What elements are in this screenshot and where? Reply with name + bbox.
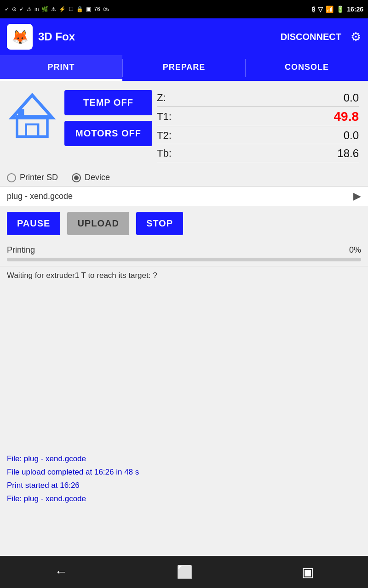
usb-icon: ⚡ bbox=[59, 6, 66, 12]
home-icon-area bbox=[5, 88, 60, 141]
image-icon: ▣ bbox=[86, 6, 91, 12]
tb-label: Tb: bbox=[157, 147, 172, 159]
progress-bar-bg bbox=[7, 258, 361, 261]
recents-button[interactable]: ▣ bbox=[293, 561, 323, 583]
t1-label: T1: bbox=[157, 111, 172, 123]
action-row: PAUSE UPLOAD STOP bbox=[0, 206, 368, 241]
warning-icon-1: ⚠ bbox=[27, 6, 32, 12]
progress-label: Printing bbox=[7, 245, 35, 255]
circle-icon: ⊙ bbox=[12, 6, 17, 12]
t2-value: 0.0 bbox=[344, 129, 359, 142]
radio-row: Printer SD Device bbox=[0, 169, 368, 186]
status-z-row: Z: 0.0 bbox=[157, 91, 359, 107]
printer-sd-radio[interactable] bbox=[7, 173, 16, 182]
app-title: 3D Fox bbox=[38, 30, 75, 43]
lock-icon: 🔒 bbox=[76, 6, 83, 12]
printer-sd-label: Printer SD bbox=[20, 173, 58, 182]
motors-off-button[interactable]: MOTORS OFF bbox=[64, 121, 152, 146]
clock: 16:26 bbox=[347, 6, 363, 13]
header-right: DISCONNECT ⚙ bbox=[281, 30, 361, 44]
action-buttons: TEMP OFF MOTORS OFF bbox=[64, 88, 152, 146]
tab-prepare[interactable]: PREPARE bbox=[123, 55, 245, 81]
stop-button[interactable]: STOP bbox=[136, 212, 183, 235]
temp-off-button[interactable]: TEMP OFF bbox=[64, 90, 152, 115]
progress-header: Printing 0% bbox=[7, 245, 361, 255]
tab-console[interactable]: CONSOLE bbox=[246, 55, 368, 81]
status-values: Z: 0.0 T1: 49.8 T2: 0.0 Tb: 18.6 bbox=[157, 88, 363, 162]
t2-label: T2: bbox=[157, 130, 172, 141]
status-bar: ✓ ⊙ ✓ ⚠ in 🌿 ⚠ ⚡ ☐ 🔒 ▣ 76 🛍 ₿ ▽ 📶 🔋 16:2… bbox=[0, 0, 368, 18]
progress-section: Printing 0% bbox=[0, 241, 368, 266]
device-radio[interactable] bbox=[72, 173, 81, 182]
signal-icon: ▽ bbox=[318, 6, 323, 13]
tab-bar: PRINT PREPARE CONSOLE bbox=[0, 55, 368, 81]
log-line-3: File: plug - xend.gcode bbox=[7, 492, 361, 506]
status-t2-row: T2: 0.0 bbox=[157, 129, 359, 144]
settings-icon[interactable]: ⚙ bbox=[351, 30, 361, 44]
control-row: TEMP OFF MOTORS OFF Z: 0.0 T1: 49.8 T2: … bbox=[0, 81, 368, 169]
wifi-icon: 📶 bbox=[326, 6, 334, 13]
log-line-2: Print started at 16:26 bbox=[7, 479, 361, 492]
tb-value: 18.6 bbox=[337, 147, 359, 160]
status-right: ₿ ▽ 📶 🔋 16:26 bbox=[312, 6, 363, 13]
battery-icon: 🔋 bbox=[336, 6, 344, 13]
home-icon[interactable] bbox=[7, 90, 58, 141]
linkedin-icon: in bbox=[34, 6, 39, 12]
disconnect-button[interactable]: DISCONNECT bbox=[281, 32, 341, 42]
log-line-1: File upload completed at 16:26 in 48 s bbox=[7, 466, 361, 479]
header: 🦊 3D Fox DISCONNECT ⚙ bbox=[0, 18, 368, 55]
back-button[interactable]: ← bbox=[46, 561, 77, 583]
bluetooth-icon: ₿ bbox=[312, 6, 315, 13]
main-content: TEMP OFF MOTORS OFF Z: 0.0 T1: 49.8 T2: … bbox=[0, 81, 368, 513]
scroll-indicator: ▶ bbox=[353, 190, 361, 202]
t1-value: 49.8 bbox=[334, 109, 359, 124]
device-label: Device bbox=[85, 173, 110, 182]
file-name: plug - xend.gcode bbox=[7, 192, 353, 201]
z-value: 0.0 bbox=[344, 91, 359, 104]
home-button[interactable]: ⬜ bbox=[167, 561, 202, 583]
log-line-0: File: plug - xend.gcode bbox=[7, 452, 361, 466]
status-icons: ✓ ⊙ ✓ ⚠ in 🌿 ⚠ ⚡ ☐ 🔒 ▣ 76 🛍 bbox=[5, 6, 109, 12]
header-left: 🦊 3D Fox bbox=[7, 24, 75, 50]
device-option[interactable]: Device bbox=[72, 173, 110, 182]
status-message-text: Waiting for extruder1 T to reach its tar… bbox=[7, 271, 157, 280]
bag-icon: 🛍 bbox=[103, 6, 109, 12]
status-t1-row: T1: 49.8 bbox=[157, 109, 359, 126]
status-tb-row: Tb: 18.6 bbox=[157, 147, 359, 162]
file-row: plug - xend.gcode ▶ bbox=[0, 186, 368, 206]
pause-button[interactable]: PAUSE bbox=[7, 212, 60, 235]
badge-icon: 76 bbox=[94, 6, 100, 12]
printer-sd-option[interactable]: Printer SD bbox=[7, 173, 58, 182]
svg-rect-2 bbox=[26, 124, 38, 136]
status-message-row: Waiting for extruder1 T to reach its tar… bbox=[0, 266, 368, 285]
phone-icon: ☐ bbox=[69, 6, 74, 12]
log-messages: File: plug - xend.gcode File upload comp… bbox=[0, 446, 368, 513]
log-area bbox=[0, 285, 368, 446]
warning-icon-2: ⚠ bbox=[51, 6, 56, 12]
svg-rect-3 bbox=[18, 109, 24, 118]
z-label: Z: bbox=[157, 92, 166, 104]
progress-percent: 0% bbox=[349, 245, 361, 255]
check-icon-2: ✓ bbox=[19, 6, 24, 12]
app-icon: 🦊 bbox=[7, 24, 33, 50]
tab-print[interactable]: PRINT bbox=[0, 55, 122, 81]
check-icon-1: ✓ bbox=[5, 6, 9, 12]
leaf-icon: 🌿 bbox=[41, 6, 48, 12]
bottom-nav: ← ⬜ ▣ bbox=[0, 556, 368, 588]
upload-button[interactable]: UPLOAD bbox=[67, 212, 129, 235]
